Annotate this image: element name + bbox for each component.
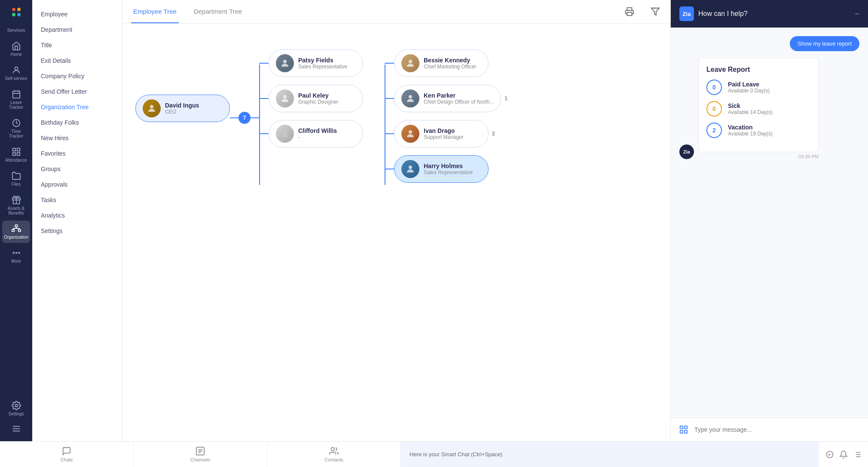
menu-item-birthday[interactable]: Birthday Folks xyxy=(32,115,122,130)
hamburger-icon xyxy=(12,424,21,433)
sick-leave-type: Sick xyxy=(728,102,773,109)
tree-container: David Ingus CEO 7 xyxy=(122,24,670,441)
node-name-ivan: Ivan Drago xyxy=(424,127,481,134)
menu-item-title[interactable]: Title xyxy=(32,37,122,53)
app-logo[interactable] xyxy=(9,4,24,20)
node-name-ken: Ken Parker xyxy=(424,92,494,99)
sidebar-item-more[interactable]: More xyxy=(2,245,30,267)
sick-leave-info: Sick Available 14 Day(s) xyxy=(728,102,773,115)
sidebar-item-attendance[interactable]: Attendance xyxy=(2,144,30,166)
tab-employee-tree[interactable]: Employee Tree xyxy=(131,0,179,23)
level2-section: Bessie Kennedy Chief Marketing Officer xyxy=(385,49,507,183)
leave-item-vacation: 2 Vacation Available 19 Day(s) xyxy=(706,123,810,138)
vacation-avail: Available 19 Day(s) xyxy=(728,131,773,137)
attendance-label: Attendance xyxy=(5,158,27,163)
chat-close-button[interactable]: − xyxy=(855,9,859,18)
chat-title: How can I help? xyxy=(698,10,748,18)
svg-rect-13 xyxy=(12,230,14,232)
sidebar-item-services[interactable]: Services xyxy=(2,24,30,36)
sidebar-item-time-tracker[interactable]: Time Tracker xyxy=(2,115,30,142)
sidebar-item-home[interactable]: Home xyxy=(2,38,30,60)
level1-row-patsy: Patsy Fields Sales Representative xyxy=(259,49,363,77)
self-service-label: Self-service xyxy=(5,76,27,81)
svg-point-37 xyxy=(409,166,412,169)
grid-icon xyxy=(679,425,688,434)
menu-item-send-offer[interactable]: Send Offer Letter xyxy=(32,84,122,99)
level2-row-bessie: Bessie Kennedy Chief Marketing Officer xyxy=(385,49,507,77)
vacation-type: Vacation xyxy=(728,124,773,131)
svg-rect-9 xyxy=(17,153,19,155)
avatar-harry xyxy=(401,160,419,178)
menu-item-tasks[interactable]: Tasks xyxy=(32,192,122,208)
bottom-tab-channels[interactable]: Channels xyxy=(134,442,267,467)
svg-rect-39 xyxy=(685,426,687,429)
paid-leave-info: Paid Leave Available 0 Day(s) xyxy=(728,81,770,94)
sidebar-item-settings[interactable]: Settings xyxy=(2,397,30,420)
print-button[interactable] xyxy=(623,5,636,18)
files-label: Files xyxy=(12,182,21,187)
more-label: More xyxy=(11,259,21,264)
tab-department-tree[interactable]: Department Tree xyxy=(192,0,245,23)
list-icon[interactable] xyxy=(853,450,862,459)
sidebar-item-assets[interactable]: Assets & Benefits xyxy=(2,192,30,219)
chats-label: Chats xyxy=(61,457,73,462)
svg-point-34 xyxy=(409,60,412,63)
node-harry-holmes[interactable]: Harry Holmes Sales Representative xyxy=(394,155,489,183)
menu-item-employee[interactable]: Employee xyxy=(32,6,122,22)
svg-point-35 xyxy=(409,95,412,98)
menu-item-favorites[interactable]: Favorites xyxy=(32,146,122,161)
node-ken-parker[interactable]: Ken Parker Chief Design Officer of North… xyxy=(394,85,501,112)
node-ivan-drago[interactable]: Ivan Drago Support Manager xyxy=(394,120,489,147)
bottom-tab-contacts[interactable]: Contacts xyxy=(267,442,401,467)
node-bessie-kennedy[interactable]: Bessie Kennedy Chief Marketing Officer xyxy=(394,49,489,77)
menu-item-new-hires[interactable]: New Hires xyxy=(32,130,122,146)
chat-grid-icon[interactable] xyxy=(677,423,690,436)
node-info-bessie: Bessie Kennedy Chief Marketing Officer xyxy=(424,57,481,70)
bell-icon[interactable] xyxy=(839,450,848,459)
sidebar-item-hamburger[interactable] xyxy=(2,421,30,437)
filter-button[interactable] xyxy=(649,5,662,18)
show-leave-report-button[interactable]: Show my leave report xyxy=(790,36,859,51)
menu-item-department[interactable]: Department xyxy=(32,22,122,37)
menu-item-org-tree[interactable]: Organization Tree xyxy=(32,99,122,115)
node-paul-keley[interactable]: Paul Keley Graphic Designer xyxy=(269,85,363,112)
avatar-ken xyxy=(401,89,419,108)
organization-label: Organization xyxy=(4,235,28,240)
contacts-icon xyxy=(329,446,339,456)
chat-body: Show my leave report Zia Leave Report 0 … xyxy=(671,28,868,418)
menu-sidebar: Employee Department Title Exit Details C… xyxy=(32,0,122,441)
time-tracker-icon xyxy=(12,118,21,128)
zia-bottom-icon[interactable] xyxy=(825,450,834,459)
chats-icon xyxy=(62,446,71,456)
node-info-patsy: Patsy Fields Sales Representative xyxy=(298,57,356,70)
root-badge[interactable]: 7 xyxy=(238,112,251,124)
channels-label: Channels xyxy=(190,457,210,462)
node-david-ingus[interactable]: David Ingus CEO xyxy=(135,95,230,122)
menu-item-groups[interactable]: Groups xyxy=(32,161,122,177)
node-clifford-willis[interactable]: Clifford Willis - xyxy=(269,120,363,147)
svg-point-36 xyxy=(409,130,412,134)
menu-item-company-policy[interactable]: Company Policy xyxy=(32,68,122,84)
more-icon xyxy=(12,248,21,258)
sidebar-item-self-service[interactable]: Self-service xyxy=(2,62,30,84)
node-title-paul: Graphic Designer xyxy=(298,99,356,105)
node-info-david: David Ingus CEO xyxy=(165,102,223,115)
sidebar-item-organization[interactable]: Organization xyxy=(2,221,30,243)
chat-input[interactable] xyxy=(694,426,862,433)
paid-leave-badge: 0 xyxy=(706,80,722,95)
menu-item-approvals[interactable]: Approvals xyxy=(32,177,122,192)
menu-item-analytics[interactable]: Analytics xyxy=(32,208,122,223)
tabs-bar: Employee Tree Department Tree xyxy=(122,0,670,24)
home-icon xyxy=(12,41,21,51)
main-area: Services Home Self-service Leave Tracker xyxy=(0,0,868,441)
bottom-tab-chats[interactable]: Chats xyxy=(0,442,134,467)
node-title-bessie: Chief Marketing Officer xyxy=(424,64,481,70)
sidebar-item-files[interactable]: Files xyxy=(2,168,30,190)
sidebar-item-leave-tracker[interactable]: Leave Tracker xyxy=(2,86,30,113)
menu-item-settings-menu[interactable]: Settings xyxy=(32,223,122,239)
menu-item-exit-details[interactable]: Exit Details xyxy=(32,53,122,68)
node-info-paul: Paul Keley Graphic Designer xyxy=(298,92,356,105)
node-patsy-fields[interactable]: Patsy Fields Sales Representative xyxy=(269,49,363,77)
home-label: Home xyxy=(10,52,22,57)
svg-point-32 xyxy=(283,130,287,134)
